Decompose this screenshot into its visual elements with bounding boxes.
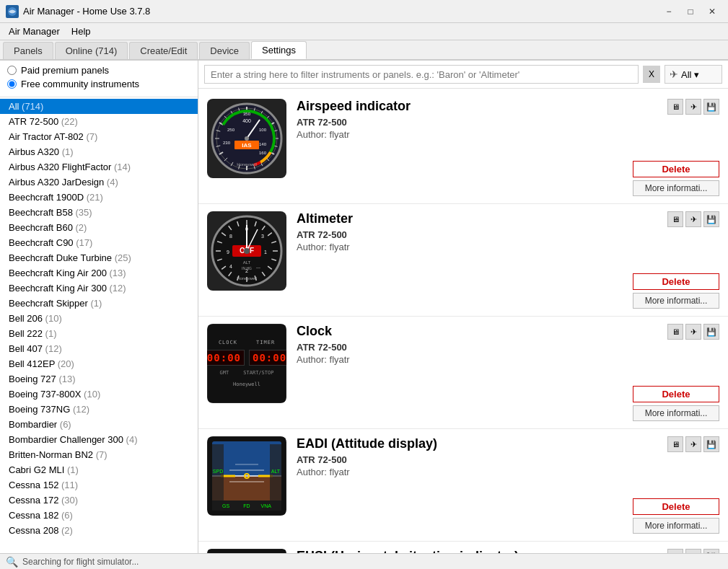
sidebar-item-4[interactable]: Airbus A320 FlightFactor (14) [0,159,198,175]
action-icons-altimeter: 🖥 ✈ 💾 [667,211,719,227]
tab-panels[interactable]: Panels [3,42,53,59]
filter-dropdown[interactable]: ✈ All ▾ [665,65,722,84]
sidebar-item-26[interactable]: Cessna 172 (30) [0,493,198,508]
save-icon-airspeed[interactable]: 💾 [703,99,719,115]
sidebar-item-0[interactable]: All (714) [0,99,198,114]
sidebar-item-5[interactable]: Airbus A320 JarDesign (4) [0,175,198,190]
sidebar-item-9[interactable]: Beechcraft C90 (17) [0,235,198,250]
monitor-icon-eadi[interactable]: 🖥 [667,436,683,452]
sidebar-item-19[interactable]: Boeing 737-800X (10) [0,387,198,402]
sidebar-item-13[interactable]: Beechcraft Skipper (1) [0,296,198,311]
sidebar-item-3[interactable]: Airbus A320 (1) [0,144,198,159]
delete-button-airspeed[interactable]: Delete [633,161,719,177]
more-info-button-eadi[interactable]: More informati... [633,518,719,534]
delete-button-altimeter[interactable]: Delete [633,273,719,290]
plane-icon-clock[interactable]: ✈ [685,324,701,340]
save-icon-eadi[interactable]: 💾 [703,436,719,452]
maximize-button[interactable]: □ [680,4,701,19]
tab-device[interactable]: Device [199,42,250,59]
plane-icon-ehsi[interactable]: ✈ [685,549,701,553]
search-clear-button[interactable]: X [643,66,660,83]
sidebar-item-27[interactable]: Cessna 182 (6) [0,508,198,523]
sidebar-count-14: (10) [45,313,62,324]
titlebar-left: Air Manager - Home Use 3.7.8 [6,5,150,18]
more-info-button-airspeed[interactable]: More informati... [633,180,719,196]
sidebar-item-16[interactable]: Bell 407 (12) [0,341,198,356]
option-free[interactable]: Free community instruments [7,79,190,89]
svg-text:VNA: VNA [261,503,272,508]
monitor-icon-clock[interactable]: 🖥 [667,324,683,340]
menu-item-help[interactable]: Help [66,25,97,38]
tab-settings[interactable]: Settings [251,41,307,59]
instrument-info-ehsi: EHSI (Horizontal situation indicator) AT… [297,549,608,553]
instrument-aircraft-eadi: ATR 72-500 [297,454,608,465]
more-info-button-altimeter[interactable]: More informati... [633,293,719,309]
svg-text:Honeywell: Honeywell [237,162,257,167]
search-input[interactable] [204,65,639,84]
sidebar-item-6[interactable]: Beechcraft 1900D (21) [0,190,198,205]
radio-free[interactable] [7,79,17,89]
sidebar-count-27: (6) [61,510,73,521]
monitor-icon-ehsi[interactable]: 🖥 [667,549,683,553]
sidebar-item-21[interactable]: Bombardier (6) [0,417,198,432]
sidebar-count-1: (22) [61,116,78,127]
sidebar-item-8[interactable]: Beechcraft B60 (2) [0,220,198,235]
sidebar-count-8: (2) [76,222,87,233]
sidebar-item-14[interactable]: Bell 206 (10) [0,311,198,326]
minimize-button[interactable]: − [659,4,679,19]
monitor-icon-altimeter[interactable]: 🖥 [667,211,683,227]
sidebar-item-17[interactable]: Bell 412EP (20) [0,356,198,371]
sidebar-count-19: (10) [84,389,100,400]
thumbnail-eadi: SPD ALT GS FD VNA [207,436,286,516]
sidebar-item-22[interactable]: Bombardier Challenger 300 (4) [0,432,198,447]
instrument-info-altimeter: Altimeter ATR 72-500 Author: flyatr [297,211,608,252]
sidebar-count-28: (2) [61,525,73,536]
action-icons-clock: 🖥 ✈ 💾 [667,324,719,340]
thumbnail-airspeed: 400 350 100 250 230 IAS 140 160 Honeywel… [207,99,286,178]
more-info-button-clock[interactable]: More informati... [633,405,719,421]
tab-online[interactable]: Online (714) [55,42,128,59]
sidebar-count-16: (12) [45,343,62,354]
svg-text:3: 3 [261,234,264,239]
svg-point-74 [244,248,250,254]
sidebar-item-7[interactable]: Beechcraft B58 (35) [0,205,198,220]
plane-icon-altimeter[interactable]: ✈ [685,211,701,227]
menu-item-air-manager[interactable]: Air Manager [3,25,66,38]
tab-create-edit[interactable]: Create/Edit [129,42,198,59]
instrument-card-ehsi: N E S W EHSI (Horizontal situation indic… [198,542,728,553]
sidebar-count-5: (4) [107,177,118,188]
svg-text:230: 230 [223,141,231,145]
sidebar-item-20[interactable]: Boeing 737NG (12) [0,402,198,417]
plane-icon-eadi[interactable]: ✈ [685,436,701,452]
sidebar-item-2[interactable]: Air Tractor AT-802 (7) [0,129,198,144]
sidebar-item-10[interactable]: Beechcraft Duke Turbine (25) [0,250,198,265]
sidebar-item-11[interactable]: Beechcraft King Air 200 (13) [0,265,198,281]
sidebar-item-28[interactable]: Cessna 208 (2) [0,523,198,538]
option-paid[interactable]: Paid premium panels [7,65,190,76]
delete-button-clock[interactable]: Delete [633,386,719,402]
svg-text:4: 4 [229,264,232,269]
monitor-icon-airspeed[interactable]: 🖥 [667,99,683,115]
svg-text:9: 9 [227,250,229,255]
save-icon-clock[interactable]: 💾 [703,324,719,340]
sidebar-item-1[interactable]: ATR 72-500 (22) [0,114,198,129]
sidebar-count-21: (6) [60,419,71,430]
instrument-aircraft-altimeter: ATR 72-500 [297,229,608,240]
close-button[interactable]: ✕ [702,4,722,19]
instrument-actions-airspeed: 🖥 ✈ 💾 Delete More informati... [618,99,719,196]
save-icon-ehsi[interactable]: 💾 [703,549,719,553]
sidebar-item-15[interactable]: Bell 222 (1) [0,326,198,341]
delete-button-eadi[interactable]: Delete [633,498,719,515]
sidebar-item-12[interactable]: Beechcraft King Air 300 (12) [0,281,198,296]
sidebar-item-18[interactable]: Boeing 727 (13) [0,371,198,387]
radio-paid[interactable] [7,66,17,75]
instrument-info-airspeed: Airspeed indicator ATR 72-500 Author: fl… [297,99,608,140]
save-icon-altimeter[interactable]: 💾 [703,211,719,227]
instrument-name-altimeter: Altimeter [297,211,608,226]
plane-icon-airspeed[interactable]: ✈ [685,99,701,115]
sidebar-count-13: (1) [90,298,102,309]
sidebar-item-24[interactable]: Cabri G2 MLI (1) [0,462,198,477]
sidebar-item-25[interactable]: Cessna 152 (11) [0,477,198,493]
instrument-card-altimeter: OFF 0 1 2 9 8 3 4 ... ALT IN HG Honeywel… [198,204,728,317]
sidebar-item-23[interactable]: Britten-Norman BN2 (7) [0,447,198,462]
